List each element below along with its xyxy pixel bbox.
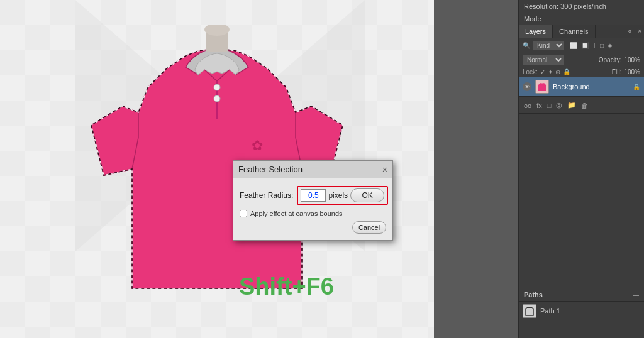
canvas-bounds-checkbox[interactable] (240, 210, 247, 217)
dialog-title: Feather Selection (238, 165, 303, 174)
new-group-button[interactable]: 📁 (566, 100, 577, 111)
feather-selection-dialog[interactable]: Feather Selection × Feather Radius: pixe… (233, 160, 393, 241)
link-layers-button[interactable]: oo (523, 101, 533, 111)
shape-filter-icon[interactable]: □ (599, 41, 604, 50)
layers-search-row: 🔍 Kind ⬜ 🔲 T □ ◈ (519, 38, 644, 53)
add-style-button[interactable]: fx (535, 101, 543, 111)
layers-toolbar: oo fx □ ◎ 📁 🗑 (519, 97, 644, 114)
lock-position-icon: ✦ (548, 68, 553, 75)
smart-filter-icon[interactable]: ◈ (607, 41, 613, 50)
paths-collapse-button[interactable]: — (633, 292, 639, 298)
feather-radius-label: Feather Radius: (240, 191, 293, 200)
pixel-filter-icon[interactable]: ⬜ (569, 41, 578, 50)
paths-panel: Paths — Path 1 (519, 288, 644, 338)
mode-row: Mode (519, 13, 644, 25)
panel-top-info: Resolution: 300 pixels/inch (519, 0, 644, 13)
search-icon: 🔍 (523, 42, 530, 49)
adjustment-filter-icon[interactable]: 🔲 (580, 41, 589, 50)
layer-thumbnail (535, 80, 549, 94)
dialog-close-button[interactable]: × (382, 165, 387, 174)
opacity-label: Opacity: (599, 57, 622, 63)
fill-label: Fill: (612, 68, 622, 75)
cancel-row: Cancel (240, 221, 386, 234)
delete-layer-button[interactable]: 🗑 (580, 101, 589, 111)
highlight-box: pixels OK (297, 186, 388, 205)
canvas-bounds-row: Apply effect at canvas bounds (240, 210, 386, 217)
tab-channels[interactable]: Channels (553, 25, 595, 38)
feather-radius-input[interactable] (301, 189, 326, 202)
paths-header: Paths — (519, 288, 644, 302)
paths-title: Paths (524, 291, 543, 298)
fill-value: 100% (624, 68, 640, 75)
resolution-text: Resolution: 300 pixels/inch (524, 3, 639, 10)
shortcut-text: Shift+F6 (239, 273, 334, 300)
layer-visibility-icon[interactable]: 👁 (523, 82, 531, 91)
lock-pixel-icon: ✓ (540, 68, 545, 75)
panel-tabs: Layers Channels « × (519, 25, 644, 38)
fill-row: Fill: 100% (612, 68, 640, 75)
dialog-titlebar: Feather Selection × (233, 161, 392, 178)
feather-radius-row: Feather Radius: pixels OK (240, 186, 386, 205)
cancel-button[interactable]: Cancel (352, 221, 386, 234)
path-name-1: Path 1 (540, 307, 560, 315)
kind-select[interactable]: Kind (533, 41, 564, 50)
panel-collapse-button[interactable]: « (625, 25, 636, 38)
mode-label: Mode (524, 15, 541, 23)
blend-mode-select[interactable]: Normal (523, 55, 564, 65)
shortcut-label: Shift+F6 (239, 273, 334, 300)
pixels-label: pixels (328, 191, 348, 200)
opacity-row: Opacity: 100% (599, 57, 640, 63)
lock-artboard-icon: 🔒 (563, 68, 570, 75)
path-thumb-icon (524, 305, 535, 317)
path-item-1[interactable]: Path 1 (519, 302, 644, 320)
panel-close-button[interactable]: × (635, 25, 644, 38)
layer-thumb-icon (536, 81, 548, 92)
lock-label: Lock: (523, 68, 538, 75)
opacity-value: 100% (624, 57, 640, 63)
dialog-body: Feather Radius: pixels OK Apply effect a… (233, 178, 392, 240)
tab-layers[interactable]: Layers (519, 25, 553, 38)
layer-name-background: Background (553, 83, 629, 90)
canvas-area: ✿ Shift+F6 Feather Selection × (0, 0, 518, 338)
blending-mode-row: Normal Opacity: 100% (519, 53, 644, 67)
right-panel: Resolution: 300 pixels/inch Mode Layers … (518, 0, 644, 338)
layer-icon-buttons: ⬜ 🔲 T □ ◈ (567, 41, 616, 50)
text-filter-icon[interactable]: T (592, 41, 597, 50)
layer-lock-icon: 🔒 (633, 84, 640, 90)
ok-button[interactable]: OK (350, 188, 384, 202)
lock-row: Lock: ✓ ✦ ⊕ 🔒 Fill: 100% (519, 67, 644, 77)
svg-point-6 (214, 84, 220, 90)
lock-all-icon: ⊕ (555, 68, 560, 75)
create-fill-button[interactable]: ◎ (555, 100, 564, 111)
canvas-bounds-label: Apply effect at canvas bounds (250, 210, 343, 217)
svg-point-7 (214, 95, 220, 102)
svg-text:✿: ✿ (252, 138, 263, 153)
layer-item-background[interactable]: 👁 Background 🔒 (519, 77, 644, 97)
path-thumbnail (523, 304, 536, 318)
layers-panel: Layers Channels « × 🔍 Kind ⬜ 🔲 T □ (519, 25, 644, 288)
add-mask-button[interactable]: □ (546, 101, 553, 111)
